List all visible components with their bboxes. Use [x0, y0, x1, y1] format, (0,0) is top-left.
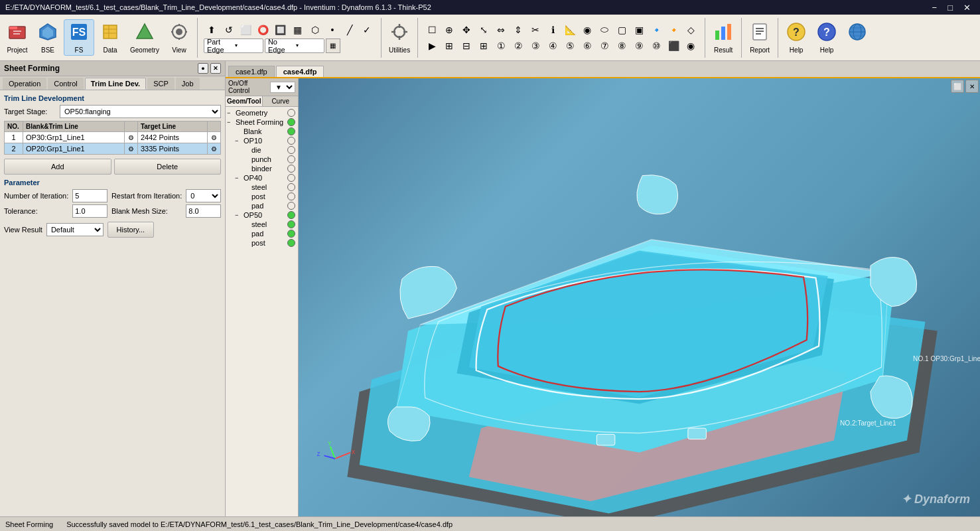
tb-r7-icon[interactable]: ③: [527, 38, 543, 53]
tb-surface-icon[interactable]: ▦: [290, 23, 306, 37]
panel-settings-button[interactable]: ●: [198, 63, 208, 74]
tab-operation[interactable]: Operation: [3, 78, 46, 90]
onoff-tab-geomtool[interactable]: Geom/Tool: [226, 96, 263, 106]
edge-toggle-icon[interactable]: ▦: [326, 38, 340, 53]
tb-select-icon[interactable]: ☐: [424, 23, 440, 37]
tree-item[interactable]: −OP10: [227, 136, 297, 145]
tb-geomalt-icon[interactable]: ◇: [683, 23, 699, 37]
num-iteration-input[interactable]: [72, 189, 107, 202]
tree-item[interactable]: steel: [227, 183, 297, 192]
toolbar-globe[interactable]: [843, 20, 872, 55]
tb-prop-icon[interactable]: ℹ: [545, 23, 561, 37]
edge-dropdown[interactable]: No Edge ▾: [265, 38, 324, 53]
tb-r1-icon[interactable]: ▶: [424, 38, 440, 53]
tab-control[interactable]: Control: [48, 78, 83, 90]
history-button[interactable]: History...: [107, 222, 154, 238]
tree-item[interactable]: pad: [227, 229, 297, 238]
tree-item[interactable]: post: [227, 238, 297, 248]
add-button[interactable]: Add: [4, 159, 111, 175]
tree-item[interactable]: punch: [227, 155, 297, 164]
tab-trimlinedev[interactable]: Trim Line Dev.: [85, 78, 146, 90]
vp-close-button[interactable]: ✕: [965, 80, 979, 93]
tree-item[interactable]: Blank: [227, 127, 297, 136]
tb-rotate-icon[interactable]: ↺: [221, 23, 237, 37]
toolbar-data[interactable]: Data: [96, 20, 125, 55]
vp-maximize-button[interactable]: ⬜: [951, 80, 964, 93]
tb-solid-icon[interactable]: ▣: [631, 23, 647, 37]
toolbar-report[interactable]: Report: [745, 20, 774, 55]
tb-r4-icon[interactable]: ⊞: [476, 38, 492, 53]
row-icon2[interactable]: ⚙: [208, 132, 221, 143]
tb-r15-icon[interactable]: ⬛: [665, 38, 681, 53]
tb-r3-icon[interactable]: ⊟: [458, 38, 474, 53]
toolbar-bse[interactable]: BSE: [33, 20, 62, 55]
tb-sphere-icon[interactable]: ⭕: [255, 23, 271, 37]
tree-item[interactable]: −Geometry: [227, 108, 297, 117]
table-row[interactable]: 1 OP30:Grp1_Line1 ⚙ 2442 Points ⚙: [5, 132, 221, 143]
table-row[interactable]: 2 OP20:Grp1_Line1 ⚙ 3335 Points ⚙: [5, 143, 221, 155]
blank-mesh-input[interactable]: [186, 204, 221, 218]
toolbar-help[interactable]: ? Help: [782, 20, 811, 55]
file-tab-case1[interactable]: case1.dfp: [228, 66, 275, 77]
viewport[interactable]: ⬜ ✕: [299, 78, 980, 516]
target-stage-select[interactable]: OP50:flanging: [60, 105, 221, 118]
tb-r2-icon[interactable]: ⊞: [441, 38, 457, 53]
tree-item[interactable]: −OP40: [227, 173, 297, 183]
tb-line-icon[interactable]: ╱: [342, 23, 358, 37]
tb-measure-icon[interactable]: 📐: [562, 23, 578, 37]
tb-scale-icon[interactable]: ⤡: [476, 23, 492, 37]
tb-geom-icon[interactable]: 🔸: [665, 23, 681, 37]
restart-from-select[interactable]: 0123: [186, 189, 221, 202]
close-button[interactable]: ✕: [959, 3, 975, 13]
tb-box-icon[interactable]: ⬜: [238, 23, 254, 37]
tb-select2-icon[interactable]: ⊕: [441, 23, 457, 37]
tab-job[interactable]: Job: [176, 78, 200, 90]
row-icon2[interactable]: ⚙: [208, 143, 221, 155]
onoff-tab-curve[interactable]: Curve: [263, 96, 298, 106]
onoff-dropdown[interactable]: ▼: [270, 82, 295, 93]
tb-face-icon[interactable]: ▢: [614, 23, 630, 37]
tb-mirror-icon[interactable]: ⇕: [510, 23, 526, 37]
tb-edge2-icon[interactable]: ⬭: [596, 23, 612, 37]
tb-r16-icon[interactable]: ◉: [683, 38, 699, 53]
tb-part-icon[interactable]: 🔹: [648, 23, 664, 37]
tb-cylinder-icon[interactable]: 🔲: [273, 23, 289, 37]
tree-item[interactable]: steel: [227, 220, 297, 229]
tb-r10-icon[interactable]: ⑥: [579, 38, 595, 53]
tb-r11-icon[interactable]: ⑦: [596, 38, 612, 53]
delete-button[interactable]: Delete: [114, 159, 222, 175]
toolbar-geometry[interactable]: Geometry: [126, 20, 163, 55]
toolbar-utilities[interactable]: Utilities: [385, 20, 414, 55]
tb-r9-icon[interactable]: ⑤: [562, 38, 578, 53]
toolbar-fs[interactable]: FS FS: [64, 19, 94, 56]
tb-r13-icon[interactable]: ⑨: [631, 38, 647, 53]
row-icon1[interactable]: ⚙: [124, 132, 137, 143]
maximize-button[interactable]: □: [944, 3, 957, 13]
tree-item[interactable]: post: [227, 192, 297, 201]
tb-delete-icon[interactable]: ✂: [527, 23, 543, 37]
tb-r14-icon[interactable]: ⑩: [648, 38, 664, 53]
tb-cursor-icon[interactable]: ⬆: [204, 23, 220, 37]
toolbar-result[interactable]: Result: [709, 20, 738, 55]
minimize-button[interactable]: −: [928, 3, 942, 13]
tb-flip-icon[interactable]: ⇔: [493, 23, 509, 37]
tb-r5-icon[interactable]: ①: [493, 38, 509, 53]
tab-scp[interactable]: SCP: [147, 78, 175, 90]
panel-close-button[interactable]: ✕: [210, 63, 221, 74]
toolbar-view[interactable]: View: [165, 20, 194, 55]
tree-item[interactable]: pad: [227, 201, 297, 210]
view-result-select[interactable]: DefaultThinningMajor Strain: [46, 223, 104, 236]
file-tab-case4[interactable]: case4.dfp: [276, 66, 324, 77]
toolbar-help2[interactable]: ? Help: [812, 20, 841, 55]
tb-r12-icon[interactable]: ⑧: [614, 38, 630, 53]
tb-r8-icon[interactable]: ④: [545, 38, 561, 53]
tree-item[interactable]: die: [227, 145, 297, 155]
tb-point-icon[interactable]: •: [324, 23, 340, 37]
tb-move-icon[interactable]: ✥: [458, 23, 474, 37]
toolbar-project[interactable]: Project: [3, 20, 32, 55]
tree-item[interactable]: −Sheet Forming: [227, 117, 297, 127]
tb-r6-icon[interactable]: ②: [510, 38, 526, 53]
tree-item[interactable]: −OP50: [227, 210, 297, 220]
part-edge-dropdown[interactable]: Part Edge ▾: [204, 38, 263, 53]
tb-mesh-icon[interactable]: ⬡: [307, 23, 323, 37]
